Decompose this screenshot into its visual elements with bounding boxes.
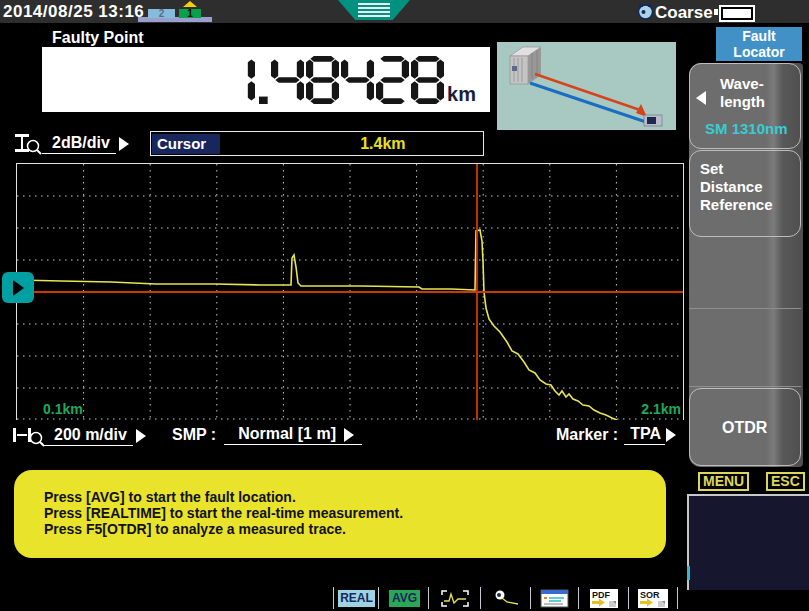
horizontal-scale-row: 200 m/div SMP : Normal [1 m] Marker : TP… — [0, 425, 809, 451]
svg-text:PDF: PDF — [592, 590, 611, 600]
marker-value: TPA — [624, 425, 665, 445]
softkey-set-distance-reference[interactable]: Set Distance Reference — [689, 150, 801, 237]
horizontal-scale-value: 200 m/div — [44, 426, 133, 446]
toolbar-separator — [677, 587, 678, 609]
pdf-export-button[interactable]: PDF — [589, 589, 619, 608]
horizontal-scale-control[interactable]: 200 m/div — [12, 425, 146, 447]
softkey-otdr[interactable]: OTDR — [689, 388, 801, 466]
range-end-label: 2.1km — [641, 401, 681, 417]
cursor-readout[interactable]: Cursor 1.4km — [150, 131, 484, 156]
distance-unit: km — [447, 85, 476, 104]
toolbar-separator — [333, 587, 334, 609]
instruction-message-box: Press [AVG] to start the fault location.… — [14, 470, 666, 558]
tab-fault-locator[interactable]: Fault Locator — [716, 27, 802, 61]
top-status-bar: 2014/08/25 13:16 2 1 Coarse — [0, 0, 809, 23]
coarse-mode-label: Coarse — [655, 3, 713, 23]
softkey-panel: Wave- length SM 1310nm Set Distance Refe… — [689, 63, 803, 467]
battery-nub — [714, 9, 718, 15]
vertical-scale-value: 2dB/div — [42, 134, 116, 154]
event-zoom-button[interactable] — [491, 589, 521, 608]
vertical-zoom-icon — [12, 133, 42, 155]
event-marker-tab-icon — [2, 272, 34, 303]
fiber-diagram — [497, 42, 676, 130]
softkey-empty — [689, 239, 801, 309]
smp-value: Normal [1 m] — [224, 425, 362, 445]
toolbar-separator — [428, 587, 429, 609]
scroll-indicator — [687, 566, 690, 580]
message-line: Press [REALTIME] to start the real-time … — [44, 505, 666, 521]
wavelength-value: SM 1310nm — [705, 120, 788, 137]
trace-plot — [17, 164, 683, 420]
smp-control[interactable]: SMP : Normal [1 m] — [172, 425, 354, 445]
marker-mode-control[interactable]: Marker : TPA — [556, 425, 676, 445]
port-status-icon: 2 1 — [138, 1, 216, 22]
toolbar-separator — [530, 587, 531, 609]
toolbar-separator — [480, 587, 481, 609]
chevron-left-icon — [696, 91, 706, 105]
realtime-button[interactable]: REAL — [338, 590, 375, 607]
esc-key-label[interactable]: ESC — [766, 472, 805, 491]
chevron-right-icon — [136, 429, 146, 443]
softkey-empty — [689, 309, 801, 387]
smp-label: SMP : — [172, 426, 216, 444]
svg-text:SOR: SOR — [640, 590, 660, 600]
otdr-trace-graph: 0.1km 2.1km — [16, 163, 684, 420]
port-1-indicator: 1 — [179, 9, 201, 18]
play-triangle-icon — [13, 280, 24, 296]
message-line: Press F5[OTDR] to analyze a measured tra… — [44, 521, 666, 537]
event-list-button[interactable] — [540, 589, 570, 608]
softkey-wavelength[interactable]: Wave- length SM 1310nm — [689, 63, 801, 149]
menu-key-label[interactable]: MENU — [698, 472, 749, 491]
average-button[interactable]: AVG — [389, 590, 420, 607]
port-2-indicator: 2 — [148, 9, 175, 18]
toolbar-separator — [378, 587, 379, 609]
distance-display: km — [42, 47, 490, 112]
datetime-label: 2014/08/25 13:16 — [3, 2, 144, 22]
coarse-dial-icon — [637, 3, 654, 20]
pulldown-menu-handle-icon[interactable] — [338, 0, 410, 20]
sor-save-button[interactable]: SOR — [637, 589, 669, 608]
toolbar-separator — [578, 587, 579, 609]
active-port-arrow-icon — [183, 1, 197, 7]
cursor-value: 1.4km — [360, 135, 405, 153]
vertical-scale-control[interactable]: 2dB/div — [12, 132, 129, 156]
chevron-right-icon — [344, 428, 354, 442]
toolbar-separator — [628, 587, 629, 609]
page-title: Faulty Point — [52, 29, 144, 47]
preview-panel — [687, 494, 809, 590]
range-start-label: 0.1km — [43, 401, 83, 417]
seven-segment-digits — [222, 56, 444, 104]
battery-icon — [719, 5, 755, 22]
marker-label: Marker : — [556, 426, 618, 444]
message-line: Press [AVG] to start the fault location. — [44, 489, 666, 505]
trace-fullview-button[interactable] — [440, 589, 470, 608]
chevron-right-icon — [119, 137, 129, 151]
cursor-label: Cursor — [152, 134, 220, 154]
horizontal-zoom-icon — [12, 425, 44, 447]
chevron-right-icon — [666, 428, 676, 442]
